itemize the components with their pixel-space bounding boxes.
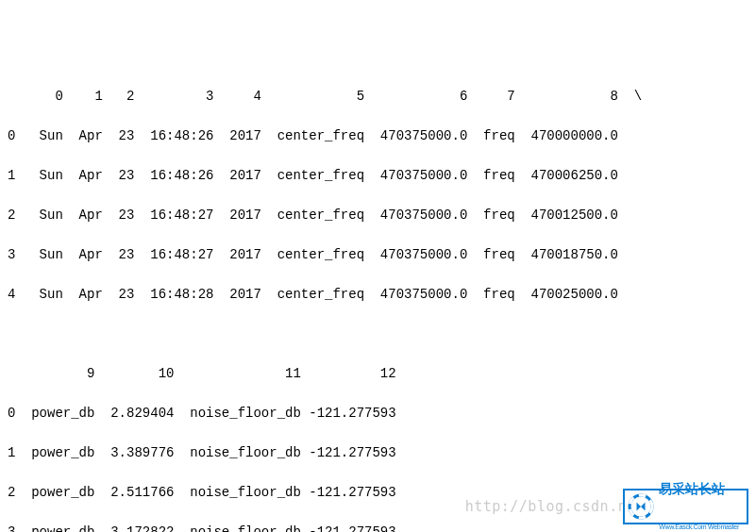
watermark-url: http://blog.csdn.n <box>465 496 628 518</box>
table-row: 1 power_db 3.389776 noise_floor_db -121.… <box>8 443 748 463</box>
table-row: 3 Sun Apr 23 16:48:27 2017 center_freq 4… <box>8 245 748 265</box>
table-row: 0 Sun Apr 23 16:48:26 2017 center_freq 4… <box>8 126 748 146</box>
table-row: 1 Sun Apr 23 16:48:26 2017 center_freq 4… <box>8 166 748 186</box>
dataframe-header: 9 10 11 12 <box>8 364 748 384</box>
watermark-brand-en: Www.Easck.Com Webmaster <box>659 524 739 530</box>
table-row: 4 Sun Apr 23 16:48:28 2017 center_freq 4… <box>8 285 748 305</box>
watermark-brand-cn: 易采站长站 <box>659 482 739 496</box>
dataframe-header: 0 1 2 3 4 5 6 7 8 \ <box>8 87 748 107</box>
watermark-text: 易采站长站 Www.Easck.Com Webmaster <box>657 455 747 532</box>
watermark: http://blog.csdn.n 易采站长站 Www.Easck.Com W… <box>465 489 748 524</box>
table-row: 2 Sun Apr 23 16:48:27 2017 center_freq 4… <box>8 206 748 225</box>
logo-icon <box>625 490 657 523</box>
watermark-logo: 易采站长站 Www.Easck.Com Webmaster <box>623 489 748 524</box>
table-row: 0 power_db 2.829404 noise_floor_db -121.… <box>8 404 748 424</box>
blank-line <box>8 324 748 344</box>
